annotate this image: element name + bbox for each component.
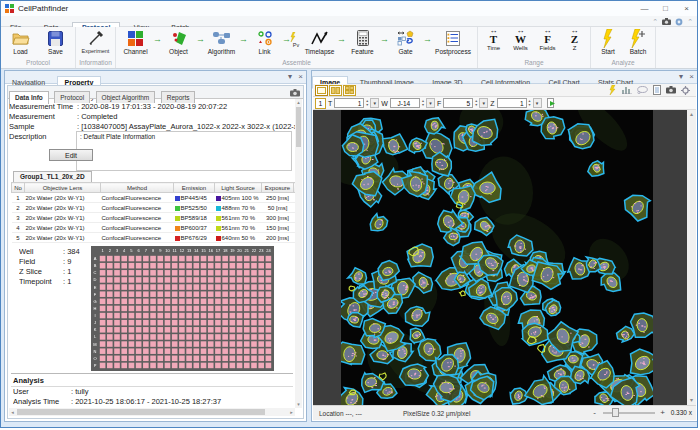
start-button[interactable]: Start	[593, 27, 623, 55]
flow-arrow-icon: →	[337, 34, 345, 44]
table-row[interactable]: 220x Water (20x W-Y1)ConfocalFluorescenc…	[12, 203, 296, 213]
object-button[interactable]: Object	[161, 27, 196, 55]
settings-icon[interactable]	[681, 86, 690, 95]
field-select-button[interactable]: 1	[315, 98, 326, 109]
time-label: Time	[487, 45, 500, 51]
scroll-down-icon[interactable]: ▾	[295, 401, 302, 408]
image-vertical-scrollbar[interactable]: ▴ ▾	[687, 110, 696, 405]
info-row: Field: 9	[19, 257, 80, 267]
info-label: Analysis Time	[13, 397, 71, 407]
zoom-slider-thumb[interactable]	[612, 408, 619, 417]
z-range-button[interactable]: ↔ Z Z	[561, 27, 588, 51]
table-cell: 20x Water (20x W-Y1)	[25, 233, 101, 243]
link-button[interactable]: Link	[247, 27, 282, 55]
plate-map[interactable]	[91, 246, 274, 371]
cell-image-canvas[interactable]	[313, 110, 687, 405]
scrollbar-thumb[interactable]	[17, 409, 265, 415]
timelapse-button[interactable]: Timelapse	[302, 27, 337, 55]
image-panel: Image Thumbnail Image Image 3D Cell Info…	[311, 70, 698, 422]
description-box[interactable]: : Default Plate Information	[76, 131, 292, 171]
camera-icon[interactable]	[662, 18, 671, 25]
spinner-arrows-icon[interactable]: ▴▾	[422, 99, 424, 107]
table-row[interactable]: 520x Water (20x W-Y1)ConfocalFluorescenc…	[12, 233, 296, 243]
zoom-in-button[interactable]: +	[659, 408, 667, 417]
play-icon[interactable]	[547, 98, 556, 108]
scrollbar-thumb[interactable]	[296, 107, 301, 147]
panel-menu-icon[interactable]: ▾	[288, 72, 292, 81]
flow-arrow-icon: →	[380, 34, 388, 44]
link-icon	[247, 28, 282, 48]
spinner-arrows-icon[interactable]: ▴▾	[366, 99, 368, 107]
camera-icon[interactable]	[290, 89, 300, 97]
scroll-left-icon[interactable]: ◂	[9, 408, 16, 416]
group-tab[interactable]: Group1_TL1_20x_2D	[13, 171, 92, 182]
time-range-button[interactable]: ↔ T Time	[480, 27, 507, 51]
scroll-down-icon[interactable]: ▾	[687, 396, 696, 405]
info-value: : 1	[63, 277, 71, 286]
panel-close-icon[interactable]: ×	[298, 72, 303, 81]
collapse-up-icon[interactable]: ⌃	[652, 17, 658, 26]
zoom-out-button[interactable]: -	[591, 408, 599, 417]
wells-letter: W	[507, 34, 534, 45]
spinner-arrows-icon[interactable]: ▴▾	[475, 99, 477, 107]
report-icon[interactable]	[653, 85, 661, 95]
image-panel-tabs: Image Thumbnail Image Image 3D Cell Info…	[312, 71, 697, 84]
save-label: Save	[48, 48, 63, 55]
save-button[interactable]: Save	[38, 27, 73, 55]
left-panel-tabs: Navigation Property ▾ ×	[5, 71, 306, 84]
left-vertical-scrollbar[interactable]: ▴ ▾	[295, 99, 302, 408]
histogram-icon[interactable]	[622, 86, 632, 94]
well-spinner[interactable]: J-14	[390, 98, 420, 108]
analysis-title: Analysis	[11, 374, 293, 387]
left-horizontal-scrollbar[interactable]: ◂ ▸	[9, 408, 295, 416]
layout-grid-icon[interactable]	[343, 85, 356, 96]
table-row[interactable]: 120x Water (20x W-Y1)ConfocalFluorescenc…	[12, 193, 296, 203]
sync-icon[interactable]	[675, 18, 683, 26]
image-viewer[interactable]: ▴ ▾	[313, 110, 696, 405]
spinner-arrows-icon[interactable]: ▴▾	[529, 99, 531, 107]
app-icon	[5, 4, 14, 13]
panel-menu-icon[interactable]: ▾	[679, 72, 683, 81]
camera-icon[interactable]	[666, 86, 676, 94]
scroll-up-icon[interactable]: ▴	[295, 99, 302, 106]
batch-button[interactable]: Batch	[623, 27, 653, 55]
edit-button[interactable]: Edit	[49, 149, 93, 161]
collapse-up-icon[interactable]: ⌃	[687, 17, 693, 26]
layout-single-icon[interactable]	[315, 85, 328, 96]
well-dropdown[interactable]: ▾	[426, 98, 435, 108]
time-letter: T	[480, 34, 507, 45]
field-spinner[interactable]: 5	[443, 98, 473, 108]
wells-range-button[interactable]: ↔ W Wells	[507, 27, 534, 51]
info-value: : [1038407005] AssayPlate_Aurora_1022-x …	[77, 122, 295, 131]
lasso-icon[interactable]	[637, 86, 648, 94]
scroll-up-icon[interactable]: ▴	[687, 110, 696, 119]
preview-button[interactable]: Pv	[290, 27, 302, 48]
zoom-slider[interactable]	[603, 408, 655, 417]
property-inner-tabs: Data Info Protocol Object Algorithm Repo…	[8, 86, 303, 99]
time-dropdown[interactable]: ▾	[370, 98, 379, 108]
channel-button[interactable]: Channel	[118, 27, 153, 55]
load-button[interactable]: Load	[3, 27, 38, 55]
field-dropdown[interactable]: ▾	[479, 98, 488, 108]
minimize-button[interactable]: —	[634, 1, 655, 16]
panel-close-icon[interactable]: ×	[689, 72, 694, 81]
title-bar: CellPathfinder — □ ×	[1, 1, 697, 16]
algorithm-button[interactable]: Algorithm	[204, 27, 239, 55]
z-spinner[interactable]: 1	[497, 98, 527, 108]
z-dropdown[interactable]: ▾	[533, 98, 542, 108]
layout-split-icon[interactable]	[329, 85, 342, 96]
scroll-right-icon[interactable]: ▸	[288, 408, 295, 416]
feature-button[interactable]: Feature	[345, 27, 380, 55]
fields-range-button[interactable]: ↔ F Fields	[534, 27, 561, 51]
table-row[interactable]: 420x Water (20x W-Y1)ConfocalFluorescenc…	[12, 223, 296, 233]
maximize-button[interactable]: □	[655, 1, 676, 16]
table-row[interactable]: 320x Water (20x W-Y1)ConfocalFluorescenc…	[12, 213, 296, 223]
lightning-icon[interactable]	[609, 85, 617, 95]
table-cell: BP445/45	[174, 193, 215, 203]
postprocess-button[interactable]: Postprocess	[431, 27, 475, 55]
info-value: : 1	[63, 267, 71, 276]
gate-button[interactable]: Gate	[388, 27, 423, 55]
time-spinner[interactable]: 1	[334, 98, 364, 108]
close-button[interactable]: ×	[676, 1, 697, 16]
experiment-button[interactable]: Experiment	[78, 27, 113, 54]
